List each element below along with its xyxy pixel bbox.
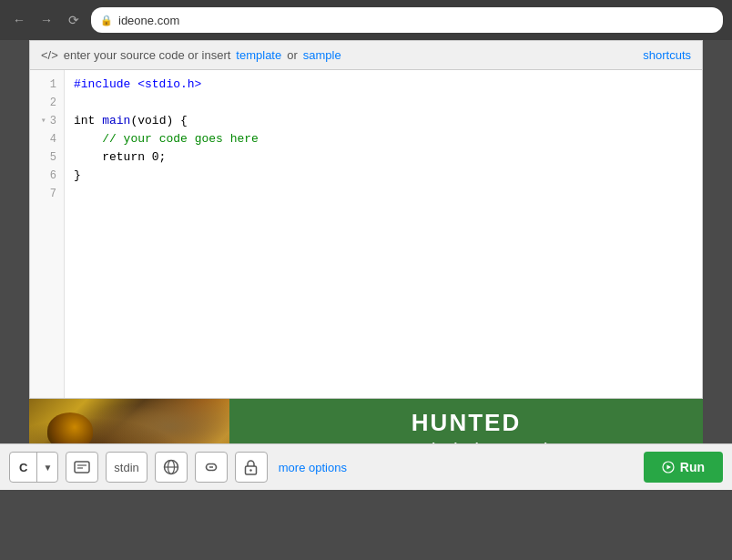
language-dropdown-arrow[interactable]: ▼	[37, 453, 57, 482]
language-label: C	[10, 453, 37, 482]
ide-header-left: </> enter your source code or insert tem…	[41, 48, 341, 62]
line-number-1: 1	[37, 76, 56, 94]
run-button[interactable]: Run	[644, 452, 723, 483]
code-content[interactable]: #include <stdio.h> int main(void) { // y…	[65, 70, 702, 398]
address-bar[interactable]: 🔒 ideone.com	[91, 7, 723, 33]
browser-toolbar: ← → ⟳ 🔒 ideone.com	[0, 0, 732, 40]
more-options-link[interactable]: more options	[279, 461, 347, 474]
code-editor[interactable]: 1 2 ▾3 4 5 6 7 #include <stdio.h> int ma…	[30, 70, 702, 398]
code-line-3: int main(void) {	[74, 112, 693, 130]
line-number-4: 4	[37, 130, 56, 148]
code-line-2	[74, 94, 693, 112]
code-line-5: return 0;	[74, 148, 693, 167]
line-number-2: 2	[37, 94, 56, 112]
globe-button[interactable]	[155, 452, 188, 483]
ide-header: </> enter your source code or insert tem…	[30, 41, 702, 70]
lock-visibility-button[interactable]	[235, 452, 268, 483]
svg-point-7	[250, 469, 252, 471]
banner-title: HUNTED	[412, 409, 521, 437]
browser-chrome: ← → ⟳ 🔒 ideone.com	[0, 0, 732, 40]
or-text: or	[287, 48, 298, 62]
forward-button[interactable]: →	[36, 10, 56, 30]
prompt-text: enter your source code or insert	[64, 48, 231, 62]
code-line-7	[74, 185, 693, 203]
main-content: </> enter your source code or insert tem…	[0, 40, 732, 490]
line-number-5: 5	[37, 148, 56, 167]
reload-button[interactable]: ⟳	[64, 10, 84, 30]
line-number-6: 6	[37, 167, 56, 185]
svg-rect-0	[75, 462, 89, 473]
back-button[interactable]: ←	[9, 10, 29, 30]
code-icon: </>	[41, 48, 58, 62]
shortcuts-link[interactable]: shortcuts	[643, 48, 691, 62]
language-selector[interactable]: C ▼	[9, 452, 58, 483]
run-label: Run	[680, 460, 705, 474]
ide-container: </> enter your source code or insert tem…	[29, 40, 703, 399]
code-line-6: }	[74, 167, 693, 185]
code-line-4: // your code goes here	[74, 130, 693, 148]
template-link[interactable]: template	[236, 48, 281, 62]
url-text: ideone.com	[118, 14, 179, 27]
line-number-3: ▾3	[37, 112, 56, 130]
link-button[interactable]	[195, 452, 228, 483]
bottom-toolbar: C ▼ stdin	[0, 443, 732, 490]
sample-link[interactable]: sample	[303, 48, 341, 62]
code-line-1: #include <stdio.h>	[74, 76, 693, 94]
line-number-7: 7	[37, 185, 56, 203]
lock-icon: 🔒	[100, 15, 113, 26]
stdin-label-text: stdin	[106, 452, 147, 483]
line-numbers: 1 2 ▾3 4 5 6 7	[30, 70, 65, 398]
stdin-button[interactable]	[66, 452, 98, 483]
